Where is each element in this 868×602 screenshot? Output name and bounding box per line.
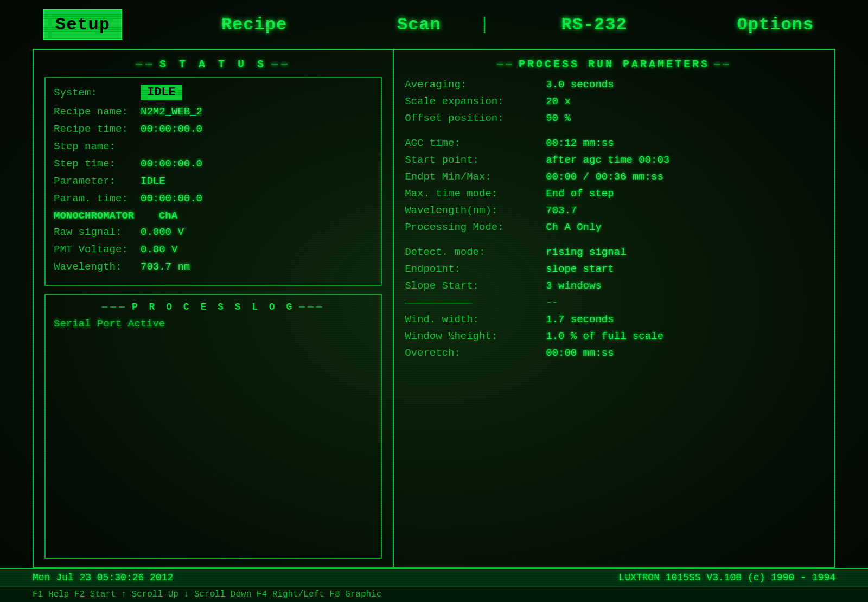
slope-start-label: Slope Start: [405,280,546,292]
recipe-name-row: Recipe name: N2M2_WEB_2 [54,106,373,118]
wavelength-value: 703.7 nm [141,261,190,273]
start-point-value: after agc time 00:03 [546,154,669,166]
detect-mode-label: Detect. mode: [405,246,546,258]
dashes-row: ——————————— -- [405,297,824,309]
params-wavelength-value: 703.7 [546,204,577,216]
window-halfheight-row: Window ½height: 1.0 % of full scale [405,330,824,342]
step-time-row: Step time: 00:00:00.0 [54,158,373,170]
panels-row: S T A T U S System: IDLE Recipe name: N2… [34,50,834,567]
start-point-label: Start point: [405,154,546,166]
params-title: PROCESS RUN PARAMETERS [405,58,824,71]
overetch-row: Overetch: 00:00 mm:ss [405,347,824,359]
offset-position-value: 90 % [546,112,571,124]
slope-start-row: Slope Start: 3 windows [405,280,824,292]
raw-signal-label: Raw signal: [54,226,141,238]
helpbar: F1 Help F2 Start ↑ Scroll Up ↓ Scroll Do… [0,586,868,602]
detect-mode-value: rising signal [546,246,626,258]
menu-sep: | [474,15,495,35]
endpoint-label: Endpoint: [405,263,546,275]
raw-signal-value: 0.000 V [141,226,184,238]
params-wavelength-row: Wavelength(nm): 703.7 [405,204,824,216]
max-time-mode-value: End of step [546,188,614,200]
window-halfheight-label: Window ½height: [405,330,546,342]
overetch-value: 00:00 mm:ss [546,347,614,359]
helpbar-text: F1 Help F2 Start ↑ Scroll Up ↓ Scroll Do… [33,590,381,599]
agc-time-value: 00:12 mm:ss [546,137,614,149]
scale-expansion-row: Scale expansion: 20 x [405,95,824,107]
menu-scan[interactable]: Scan [386,10,452,39]
endpoint-row: Endpoint: slope start [405,263,824,275]
outer-border: S T A T U S System: IDLE Recipe name: N2… [33,49,835,568]
param-time-value: 00:00:00.0 [141,193,202,204]
averaging-label: Averaging: [405,79,546,91]
process-log-section: P R O C E S S L O G Serial Port Active [44,294,382,559]
slope-start-value: 3 windows [546,280,602,292]
recipe-time-value: 00:00:00.0 [141,123,202,135]
wavelength-label: Wavelength: [54,261,141,273]
parameter-value: IDLE [141,175,165,187]
window-halfheight-value: 1.0 % of full scale [546,330,663,342]
system-row: System: IDLE [54,85,373,100]
pmt-voltage-row: PMT Voltage: 0.00 V [54,244,373,255]
monochromator-header: MONOCHROMATOR ChA [54,210,373,222]
scale-expansion-value: 20 x [546,95,571,107]
wind-width-row: Wind. width: 1.7 seconds [405,313,824,325]
recipe-time-row: Recipe time: 00:00:00.0 [54,123,373,135]
status-title: S T A T U S [44,58,382,71]
process-log-title: P R O C E S S L O G [54,302,373,312]
endpt-minmax-value: 00:00 / 00:36 mm:ss [546,171,663,183]
averaging-value: 3.0 seconds [546,79,614,91]
params-wavelength-label: Wavelength(nm): [405,204,546,216]
scale-expansion-label: Scale expansion: [405,95,546,107]
left-panel: S T A T U S System: IDLE Recipe name: N2… [34,50,394,567]
menu-rs232[interactable]: RS-232 [550,10,637,39]
max-time-mode-label: Max. time mode: [405,188,546,200]
dashes-label: ——————————— [405,297,546,309]
statusbar-datetime: Mon Jul 23 05:30:26 2012 [33,572,173,583]
pmt-voltage-label: PMT Voltage: [54,244,141,255]
detect-mode-row: Detect. mode: rising signal [405,246,824,258]
processing-mode-label: Processing Mode: [405,221,546,233]
screen: Setup Recipe Scan | RS-232 Options S T A… [0,0,868,602]
step-name-label: Step name: [54,140,141,152]
menu-options[interactable]: Options [726,10,825,39]
recipe-time-label: Recipe time: [54,123,141,135]
recipe-name-label: Recipe name: [54,106,141,118]
parameter-label: Parameter: [54,175,141,187]
offset-position-label: Offset position: [405,112,546,124]
statusbar: Mon Jul 23 05:30:26 2012 LUXTRON 1015SS … [0,568,868,586]
status-box: System: IDLE Recipe name: N2M2_WEB_2 Rec… [44,77,382,286]
pmt-voltage-value: 0.00 V [141,244,177,255]
start-point-row: Start point: after agc time 00:03 [405,154,824,166]
overetch-label: Overetch: [405,347,546,359]
step-name-row: Step name: [54,140,373,152]
endpt-minmax-row: Endpt Min/Max: 00:00 / 00:36 mm:ss [405,171,824,183]
parameter-row: Parameter: IDLE [54,175,373,187]
wavelength-row: Wavelength: 703.7 nm [54,261,373,273]
offset-position-row: Offset position: 90 % [405,112,824,124]
main-content: S T A T U S System: IDLE Recipe name: N2… [0,49,868,568]
right-panel: PROCESS RUN PARAMETERS Averaging: 3.0 se… [394,50,834,567]
processing-mode-row: Processing Mode: Ch A Only [405,221,824,233]
agc-time-row: AGC time: 00:12 mm:ss [405,137,824,149]
menu-recipe[interactable]: Recipe [210,10,298,39]
param-time-label: Param. time: [54,193,141,204]
monochromator-channel: ChA [159,210,177,222]
max-time-mode-row: Max. time mode: End of step [405,188,824,200]
recipe-name-value: N2M2_WEB_2 [141,106,202,118]
step-time-label: Step time: [54,158,141,170]
processing-mode-value: Ch A Only [546,221,602,233]
endpoint-value: slope start [546,263,614,275]
wind-width-value: 1.7 seconds [546,313,614,325]
wind-width-label: Wind. width: [405,313,546,325]
dashes-value: -- [546,297,558,309]
statusbar-version: LUXTRON 1015SS V3.10B (c) 1990 - 1994 [618,572,835,583]
raw-signal-row: Raw signal: 0.000 V [54,226,373,238]
process-log-content: Serial Port Active [54,318,373,330]
system-label: System: [54,87,141,99]
menu-setup[interactable]: Setup [43,9,122,40]
system-value: IDLE [141,85,182,100]
endpt-minmax-label: Endpt Min/Max: [405,171,546,183]
param-time-row: Param. time: 00:00:00.0 [54,193,373,204]
agc-time-label: AGC time: [405,137,546,149]
